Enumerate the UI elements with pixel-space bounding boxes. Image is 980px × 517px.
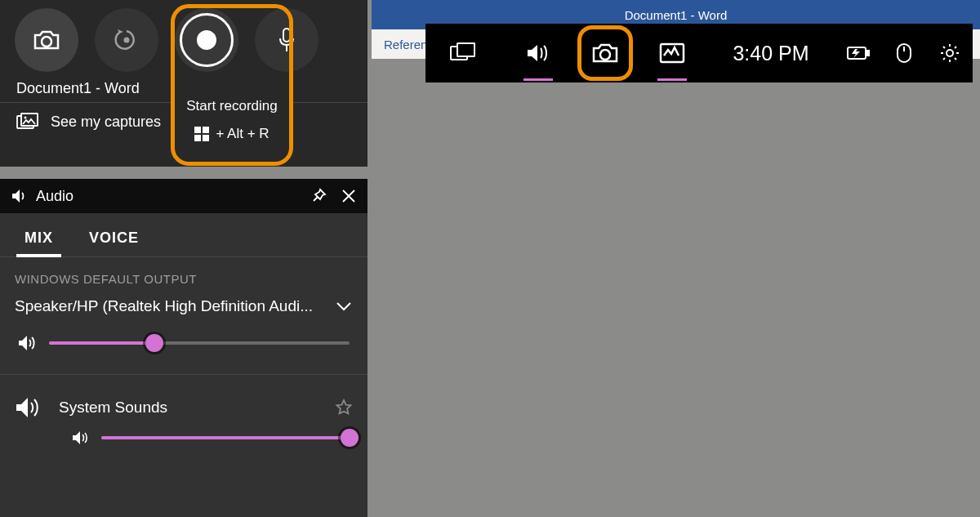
output-device-name: Speaker/HP (Realtek High Definition Audi… <box>15 297 313 315</box>
slider-fill <box>49 341 154 345</box>
slider-fill <box>101 436 350 439</box>
favorite-star-icon[interactable] <box>335 399 353 417</box>
volume-button[interactable] <box>501 24 576 82</box>
see-captures-label: See my captures <box>51 114 161 131</box>
screenshot-button[interactable] <box>15 8 78 72</box>
audio-header: Audio <box>0 179 368 213</box>
performance-button[interactable] <box>635 24 710 82</box>
start-recording-button[interactable] <box>175 8 238 72</box>
svg-rect-20 <box>194 135 201 141</box>
svg-rect-18 <box>194 127 201 133</box>
record-ring <box>180 13 234 67</box>
microphone-button[interactable] <box>255 8 318 72</box>
pin-icon[interactable] <box>310 188 327 204</box>
output-section-label: WINDOWS DEFAULT OUTPUT <box>0 257 368 292</box>
capture-panel: Document1 - Word See my captures Start r… <box>0 0 368 167</box>
word-body <box>372 59 980 517</box>
svg-point-10 <box>42 37 51 47</box>
tooltip-shortcut: + Alt + R <box>194 126 269 142</box>
output-device-dropdown[interactable]: Speaker/HP (Realtek High Definition Audi… <box>0 292 368 320</box>
tab-voice[interactable]: VOICE <box>89 230 139 256</box>
record-dot-icon <box>197 30 216 50</box>
svg-point-17 <box>24 117 27 119</box>
start-recording-tooltip: Start recording + Alt + R <box>174 80 290 160</box>
tooltip-title: Start recording <box>186 98 278 114</box>
speaker-icon <box>11 189 28 203</box>
gamebar-status-bar: 3:40 PM <box>425 24 973 82</box>
tab-mix[interactable]: MIX <box>24 230 53 256</box>
system-sounds-volume-row <box>0 419 368 445</box>
audio-title: Audio <box>36 188 74 205</box>
volume-icon[interactable] <box>18 335 38 351</box>
svg-rect-1 <box>457 43 474 56</box>
system-sounds-row: System Sounds <box>0 381 368 419</box>
svg-rect-21 <box>203 135 209 141</box>
windows-key-icon <box>194 127 209 141</box>
tooltip-shortcut-text: + Alt + R <box>216 126 269 142</box>
chevron-down-icon <box>335 301 353 312</box>
widgets-button[interactable] <box>425 24 501 82</box>
output-volume-slider[interactable] <box>49 341 350 345</box>
record-last-button[interactable] <box>95 8 158 72</box>
speaker-large-icon <box>15 396 42 419</box>
svg-point-9 <box>947 50 953 56</box>
svg-rect-6 <box>866 51 869 56</box>
slider-thumb[interactable] <box>341 429 359 447</box>
camera-highlight <box>577 25 633 81</box>
svg-rect-12 <box>283 29 290 42</box>
divider <box>0 374 368 375</box>
performance-underline <box>657 78 687 81</box>
svg-point-11 <box>124 38 130 43</box>
settings-button[interactable] <box>927 24 973 82</box>
slider-thumb[interactable] <box>145 334 163 352</box>
camera-button[interactable] <box>576 24 635 82</box>
volume-underline <box>523 78 553 81</box>
audio-panel: Audio MIX VOICE WINDOWS DEFAULT OUTPUT S… <box>0 179 368 517</box>
close-icon[interactable] <box>341 189 356 203</box>
output-volume-row <box>0 320 368 374</box>
system-sounds-slider[interactable] <box>101 436 350 439</box>
audio-tabs: MIX VOICE <box>0 213 368 257</box>
mouse-icon <box>881 24 927 82</box>
battery-icon <box>835 24 881 82</box>
volume-small-icon[interactable] <box>72 430 90 445</box>
svg-rect-19 <box>203 127 209 133</box>
ribbon-tab-references[interactable]: Referen <box>384 38 427 51</box>
word-title-text: Document1 - Word <box>625 8 728 22</box>
status-time: 3:40 PM <box>710 24 832 82</box>
system-sounds-label: System Sounds <box>59 399 167 417</box>
